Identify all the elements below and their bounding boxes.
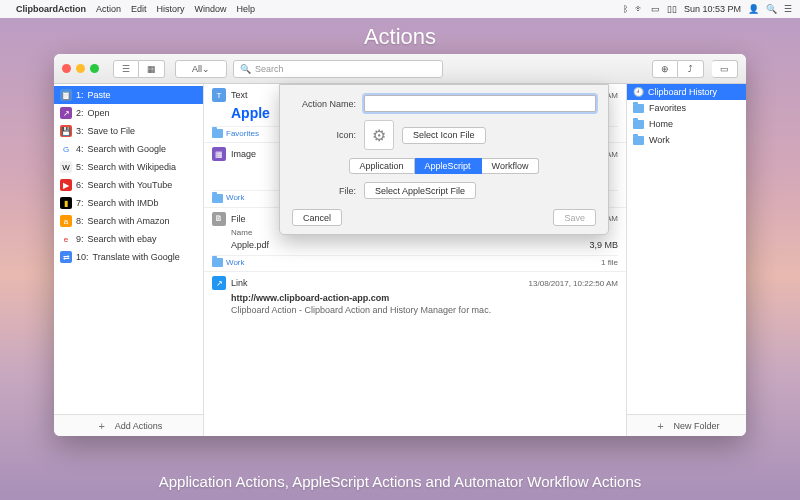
action-icon: ▮ [60, 197, 72, 209]
action-icon: 💾 [60, 125, 72, 137]
zoom-icon[interactable] [90, 64, 99, 73]
save-button[interactable]: Save [553, 209, 596, 226]
plus-icon: + [95, 420, 109, 432]
bluetooth-icon[interactable]: ᛒ [623, 4, 628, 14]
menu-edit[interactable]: Edit [131, 4, 147, 14]
action-label: Open [88, 108, 110, 118]
sidebar-toggle-icon[interactable]: ▭ [712, 60, 738, 78]
tab-workflow[interactable]: Workflow [482, 158, 540, 174]
gear-icon: ⚙ [364, 120, 394, 150]
folder-work[interactable]: Work [627, 132, 746, 148]
file-label: File: [292, 186, 356, 196]
folder-favorites[interactable]: Favorites [627, 100, 746, 116]
action-name-input[interactable] [364, 95, 596, 112]
wifi-icon[interactable]: ᯤ [635, 4, 644, 14]
sidebar-action-item[interactable]: G4:Search with Google [54, 140, 203, 158]
sidebar-action-item[interactable]: ↗2:Open [54, 104, 203, 122]
share-icon[interactable]: ⤴ [678, 60, 704, 78]
view-toggle[interactable]: ☰ ▦ [113, 60, 165, 78]
select-icon-button[interactable]: Select Icon File [402, 127, 486, 144]
action-label: Save to File [88, 126, 136, 136]
action-icon: G [60, 143, 72, 155]
new-folder-button[interactable]: + New Folder [627, 414, 746, 436]
battery-icon[interactable]: ▯▯ [667, 4, 677, 14]
grid-view-icon[interactable]: ▦ [139, 60, 165, 78]
sidebar-action-item[interactable]: e9:Search with ebay [54, 230, 203, 248]
action-icon: e [60, 233, 72, 245]
menu-history[interactable]: History [157, 4, 185, 14]
cancel-button[interactable]: Cancel [292, 209, 342, 226]
action-label: Search with Google [88, 144, 167, 154]
add-actions-button[interactable]: + Add Actions [54, 414, 203, 436]
sidebar-action-item[interactable]: W5:Search with Wikipedia [54, 158, 203, 176]
clipboard-history-header[interactable]: 🕘 Clipboard History [627, 84, 746, 100]
text-icon: T [212, 88, 226, 102]
action-type-tabs: Application AppleScript Workflow [349, 158, 540, 174]
clock[interactable]: Sun 10:53 PM [684, 4, 741, 14]
action-icon: ⇄ [60, 251, 72, 263]
action-label: Paste [88, 90, 111, 100]
action-icon: ↗ [60, 107, 72, 119]
menu-action[interactable]: Action [96, 4, 121, 14]
folder-icon [633, 120, 644, 129]
minimize-icon[interactable] [76, 64, 85, 73]
action-label: Search with YouTube [88, 180, 173, 190]
action-label: Translate with Google [93, 252, 180, 262]
image-icon: ▦ [212, 147, 226, 161]
subtitle: Application Actions, AppleScript Actions… [0, 473, 800, 490]
action-icon: ▶ [60, 179, 72, 191]
tab-application[interactable]: Application [349, 158, 415, 174]
file-icon: 🗎 [212, 212, 226, 226]
menu-window[interactable]: Window [195, 4, 227, 14]
select-file-button[interactable]: Select AppleScript File [364, 182, 476, 199]
tab-applescript[interactable]: AppleScript [415, 158, 482, 174]
macos-menubar: ClipboardAction Action Edit History Wind… [0, 0, 800, 18]
app-window: ☰ ▦ All ⌄ 🔍 Search ⊕ ⤴ ▭ 📋1:Paste↗2:Open… [54, 54, 746, 436]
icon-label: Icon: [292, 130, 356, 140]
hero-title: Actions [0, 24, 800, 50]
action-name-label: Action Name: [292, 99, 356, 109]
sidebar-action-item[interactable]: ▮7:Search with IMDb [54, 194, 203, 212]
plus-icon: + [653, 420, 667, 432]
actions-sidebar: 📋1:Paste↗2:Open💾3:Save to FileG4:Search … [54, 84, 204, 436]
filter-dropdown[interactable]: All ⌄ [175, 60, 227, 78]
toolbar-btn-a[interactable]: ⊕ [652, 60, 678, 78]
spotlight-icon[interactable]: 🔍 [766, 4, 777, 14]
action-icon: W [60, 161, 72, 173]
window-titlebar: ☰ ▦ All ⌄ 🔍 Search ⊕ ⤴ ▭ [54, 54, 746, 84]
action-label: Search with IMDb [88, 198, 159, 208]
list-view-icon[interactable]: ☰ [113, 60, 139, 78]
action-label: Search with Wikipedia [88, 162, 177, 172]
folders-sidebar: 🕘 Clipboard History Favorites Home Work … [626, 84, 746, 436]
action-icon: 📋 [60, 89, 72, 101]
action-label: Search with ebay [88, 234, 157, 244]
history-icon: 🕘 [633, 87, 644, 97]
close-icon[interactable] [62, 64, 71, 73]
sidebar-action-item[interactable]: 📋1:Paste [54, 86, 203, 104]
link-icon: ↗ [212, 276, 226, 290]
airplay-icon[interactable]: ▭ [651, 4, 660, 14]
folder-icon [633, 104, 644, 113]
folder-icon [633, 136, 644, 145]
action-icon: a [60, 215, 72, 227]
sidebar-action-item[interactable]: ⇄10:Translate with Google [54, 248, 203, 266]
app-name[interactable]: ClipboardAction [16, 4, 86, 14]
notifications-icon[interactable]: ☰ [784, 4, 792, 14]
sidebar-action-item[interactable]: 💾3:Save to File [54, 122, 203, 140]
menu-help[interactable]: Help [237, 4, 256, 14]
folder-home[interactable]: Home [627, 116, 746, 132]
sidebar-action-item[interactable]: ▶6:Search with YouTube [54, 176, 203, 194]
sidebar-action-item[interactable]: a8:Search with Amazon [54, 212, 203, 230]
history-row-link[interactable]: ↗ Link 13/08/2017, 10:22:50 AM http://ww… [204, 272, 626, 321]
action-label: Search with Amazon [88, 216, 170, 226]
search-input[interactable]: 🔍 Search [233, 60, 443, 78]
user-icon[interactable]: 👤 [748, 4, 759, 14]
action-editor-sheet: Action Name: Icon: ⚙ Select Icon File Ap… [279, 84, 609, 235]
